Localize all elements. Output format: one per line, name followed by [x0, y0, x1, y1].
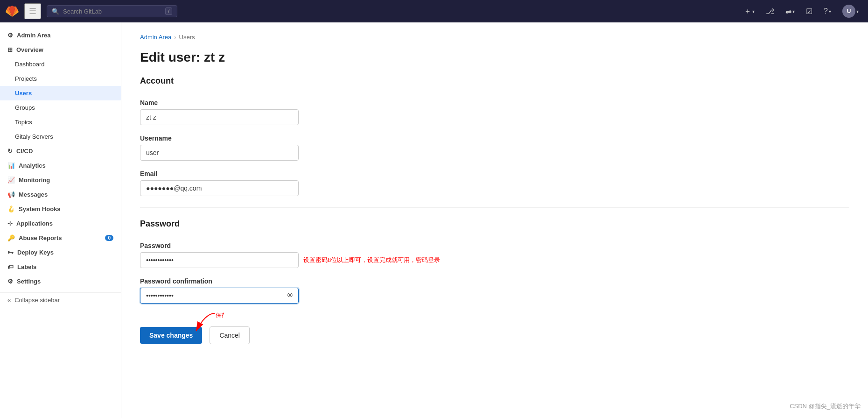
password-field-group: Password 设置密码8位以上即可，设置完成就可用，密码登录 — [140, 242, 849, 268]
page-title: Edit user: zt z — [140, 50, 849, 65]
breadcrumb-admin-area[interactable]: Admin Area — [140, 34, 171, 41]
admin-icon: ⚙ — [7, 32, 13, 39]
svg-text:保存修改: 保存修改 — [216, 312, 224, 319]
todo-button[interactable]: ☑ — [802, 4, 816, 19]
password-annotation-container: 设置密码8位以上即可，设置完成就可用，密码登录 — [140, 252, 299, 268]
monitoring-icon: 📈 — [7, 177, 15, 184]
code-review-button[interactable]: ⎇ — [762, 4, 778, 19]
deploy-keys-icon: 🗝 — [7, 249, 14, 256]
messages-icon: 📢 — [7, 191, 15, 198]
password-section-title: Password — [140, 219, 849, 234]
button-row: 保存修改 Save changes Cancel — [140, 326, 849, 344]
email-field-group: Email — [140, 170, 849, 196]
name-field-group: Name — [140, 99, 849, 125]
save-changes-button[interactable]: Save changes — [140, 327, 202, 344]
merge-chevron: ▾ — [792, 9, 795, 14]
todo-icon: ☑ — [806, 7, 812, 16]
sidebar-abuse-reports-group[interactable]: 🔑 Abuse Reports 0 — [0, 231, 121, 245]
username-label: Username — [140, 135, 849, 142]
settings-icon: ⚙ — [7, 278, 13, 285]
password-section: Password Password 设置密码8位以上即可，设置完成就可用，密码登… — [140, 219, 849, 344]
gitlab-logo — [6, 5, 19, 18]
password-confirmation-container: 👁 — [140, 288, 299, 304]
sidebar-applications-group[interactable]: ⊹ Applications — [0, 216, 121, 231]
merge-icon: ⇌ — [785, 7, 791, 16]
sidebar-system-hooks-group[interactable]: 🪝 System Hooks — [0, 202, 121, 216]
sidebar-messages-group[interactable]: 📢 Messages — [0, 187, 121, 202]
sidebar: ⚙ Admin Area ⊞ Overview Dashboard Projec… — [0, 22, 121, 418]
new-item-button[interactable]: ＋ ▾ — [740, 4, 758, 19]
account-section-title: Account — [140, 76, 849, 92]
help-button[interactable]: ? ▾ — [820, 4, 835, 18]
buttons-divider — [140, 315, 849, 315]
hooks-icon: 🪝 — [7, 205, 15, 213]
password-label: Password — [140, 242, 849, 249]
sidebar-overview-group[interactable]: ⊞ Overview — [0, 43, 121, 57]
password-confirmation-label: Password confirmation — [140, 277, 849, 285]
cicd-icon: ↻ — [7, 148, 13, 155]
applications-icon: ⊹ — [7, 220, 13, 227]
sidebar-item-groups[interactable]: Groups — [0, 100, 121, 115]
sidebar-deploy-keys-group[interactable]: 🗝 Deploy Keys — [0, 245, 121, 260]
avatar: U — [842, 5, 855, 18]
sidebar-item-users[interactable]: Users — [0, 86, 121, 100]
main-layout: ⚙ Admin Area ⊞ Overview Dashboard Projec… — [0, 22, 868, 418]
collapse-icon: « — [7, 297, 11, 304]
password-toggle-button[interactable]: 👁 — [286, 290, 295, 301]
main-content: Admin Area › Users Edit user: zt z Accou… — [121, 22, 868, 418]
cancel-button[interactable]: Cancel — [210, 326, 250, 344]
username-field-group: Username — [140, 135, 849, 161]
sidebar-item-dashboard[interactable]: Dashboard — [0, 57, 121, 71]
password-input[interactable] — [140, 252, 299, 268]
user-chevron: ▾ — [856, 9, 859, 14]
abuse-icon: 🔑 — [7, 234, 15, 241]
password-hint: 设置密码8位以上即可，设置完成就可用，密码登录 — [303, 256, 440, 264]
search-bar[interactable]: 🔍 / — [47, 5, 177, 17]
section-divider — [140, 207, 849, 208]
sidebar-labels-group[interactable]: 🏷 Labels — [0, 260, 121, 274]
code-icon: ⎇ — [766, 7, 774, 16]
help-icon: ? — [824, 7, 828, 15]
user-menu-button[interactable]: U ▾ — [839, 2, 862, 21]
navbar-actions: ＋ ▾ ⎇ ⇌ ▾ ☑ ? ▾ U ▾ — [740, 2, 862, 21]
help-chevron: ▾ — [829, 9, 831, 14]
breadcrumb-users: Users — [179, 34, 195, 41]
labels-icon: 🏷 — [7, 263, 14, 270]
sidebar-item-projects[interactable]: Projects — [0, 71, 121, 86]
password-confirmation-field-group: Password confirmation 👁 — [140, 277, 849, 304]
hamburger-button[interactable]: ☰ — [24, 3, 41, 19]
merge-request-button[interactable]: ⇌ ▾ — [782, 4, 798, 19]
email-input[interactable] — [140, 180, 299, 196]
slash-badge: / — [165, 7, 172, 15]
name-label: Name — [140, 99, 849, 106]
name-input[interactable] — [140, 109, 299, 125]
sidebar-settings-group[interactable]: ⚙ Settings — [0, 274, 121, 289]
analytics-icon: 📊 — [7, 162, 15, 169]
sidebar-item-gitaly-servers[interactable]: Gitaly Servers — [0, 129, 121, 144]
breadcrumb: Admin Area › Users — [140, 34, 849, 41]
sidebar-analytics-group[interactable]: 📊 Analytics — [0, 158, 121, 173]
plus-icon: ＋ — [744, 7, 751, 16]
navbar: ☰ 🔍 / ＋ ▾ ⎇ ⇌ ▾ ☑ ? ▾ U ▾ — [0, 0, 868, 22]
watermark: CSDN @指尖_流逝的年华 — [790, 402, 861, 411]
sidebar-collapse-button[interactable]: « Collapse sidebar — [0, 292, 121, 307]
abuse-badge: 0 — [105, 235, 113, 241]
breadcrumb-separator: › — [174, 34, 176, 41]
password-confirmation-input[interactable] — [140, 288, 299, 304]
search-icon: 🔍 — [52, 8, 59, 15]
sidebar-monitoring-group[interactable]: 📈 Monitoring — [0, 173, 121, 187]
plus-chevron: ▾ — [752, 9, 755, 14]
eye-icon: 👁 — [287, 291, 294, 299]
sidebar-item-topics[interactable]: Topics — [0, 115, 121, 129]
sidebar-cicd-group[interactable]: ↻ CI/CD — [0, 144, 121, 158]
overview-icon: ⊞ — [7, 46, 13, 53]
email-label: Email — [140, 170, 849, 177]
search-input[interactable] — [63, 8, 156, 15]
sidebar-admin-area[interactable]: ⚙ Admin Area — [0, 28, 121, 43]
username-input[interactable] — [140, 145, 299, 161]
